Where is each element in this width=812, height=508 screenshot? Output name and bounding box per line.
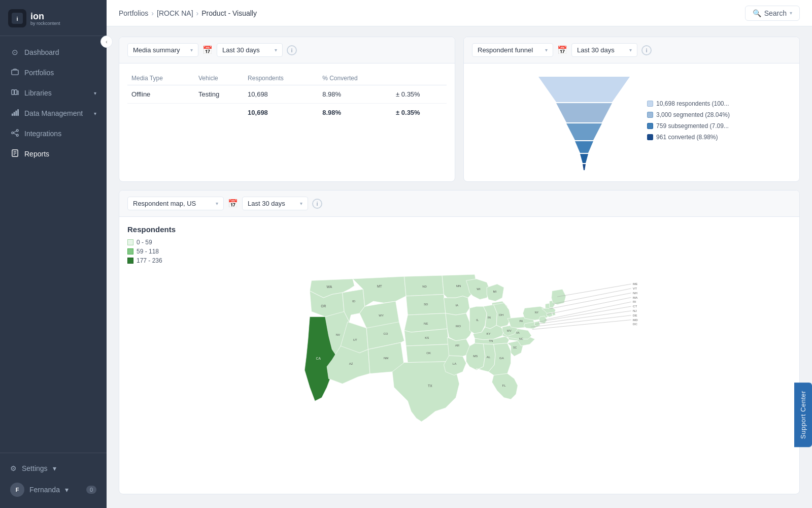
svg-text:MN: MN: [456, 284, 461, 288]
totals-row: 10,698 8.98% ± 0.35%: [127, 104, 447, 122]
media-summary-date-dropdown[interactable]: Last 30 days ▾: [217, 43, 283, 57]
media-summary-header: Media summary ▾ 📅 Last 30 days ▾ i: [119, 37, 455, 64]
legend-color-1: [647, 112, 653, 118]
map-legend-item-1: 59 - 118: [127, 248, 791, 255]
funnel-info-icon[interactable]: i: [641, 45, 652, 55]
map-title: Respondents: [127, 225, 791, 234]
svg-text:IL: IL: [476, 318, 479, 322]
reports-icon: [10, 149, 19, 158]
funnel-calendar-icon: 📅: [557, 45, 567, 55]
svg-text:PA: PA: [520, 320, 523, 323]
legend-item-0: 10,698 respondents (100...: [647, 100, 730, 107]
svg-text:NH: NH: [633, 291, 637, 295]
svg-rect-3: [11, 90, 14, 94]
sidebar-item-libraries[interactable]: Libraries ▾: [0, 83, 107, 103]
data-management-icon: [10, 109, 19, 118]
svg-rect-5: [17, 91, 18, 95]
user-menu[interactable]: F Fernanda ▾ 0: [0, 478, 107, 502]
cell-vehicle: Testing: [194, 85, 244, 104]
legend-item-3: 961 converted (8.98%): [647, 134, 730, 141]
svg-text:MS: MS: [473, 354, 478, 358]
map-dropdown[interactable]: Respondent map, US ▾: [127, 197, 224, 210]
svg-text:ID: ID: [352, 299, 356, 303]
svg-line-64: [557, 284, 631, 297]
cell-total-pct: 8.98%: [318, 104, 392, 122]
map-date-dropdown[interactable]: Last 30 days ▾: [242, 197, 308, 210]
svg-text:TN: TN: [489, 339, 493, 342]
breadcrumb-rock-na[interactable]: [ROCK NA]: [157, 9, 193, 17]
cell-total-empty: [194, 104, 244, 122]
media-summary-dropdown[interactable]: Media summary ▾: [127, 43, 198, 57]
svg-rect-4: [14, 90, 17, 94]
main-content: Portfolios › [ROCK NA] › Product - Visua…: [107, 0, 812, 508]
svg-text:RI: RI: [633, 300, 636, 303]
support-center-button[interactable]: Support Center: [794, 383, 812, 447]
legend-label-3: 961 converted (8.98%): [656, 134, 718, 141]
svg-rect-2: [11, 70, 18, 75]
svg-text:AZ: AZ: [349, 362, 353, 365]
map-legend-color-2: [127, 258, 133, 264]
media-summary-date-label: Last 30 days: [222, 46, 260, 54]
svg-text:ME: ME: [633, 282, 637, 285]
map-date-label: Last 30 days: [248, 200, 285, 207]
legend-label-0: 10,698 respondents (100...: [656, 100, 729, 107]
cell-margin: ± 0.35%: [392, 85, 447, 104]
cards-row: Media summary ▾ 📅 Last 30 days ▾ i Me: [119, 37, 800, 182]
svg-line-13: [13, 131, 16, 133]
settings-icon: ⚙: [10, 464, 17, 472]
media-summary-date-arrow: ▾: [275, 47, 277, 53]
svg-marker-21: [566, 123, 602, 140]
svg-text:TX: TX: [428, 384, 432, 388]
user-badge: 0: [86, 486, 96, 494]
cell-total-margin: ± 0.35%: [392, 104, 447, 122]
svg-text:DC: DC: [633, 322, 637, 326]
cell-total-respondents: 10,698: [244, 104, 318, 122]
sidebar-item-label: Dashboard: [24, 48, 59, 56]
sidebar-item-data-management[interactable]: Data Management ▾: [0, 103, 107, 123]
sidebar-item-portfolios[interactable]: Portfolios: [0, 62, 107, 83]
sidebar-collapse-button[interactable]: ‹: [100, 36, 113, 48]
sidebar-item-dashboard[interactable]: ⊙ Dashboard: [0, 42, 107, 62]
svg-text:NM: NM: [384, 356, 388, 360]
sidebar-item-reports[interactable]: Reports: [0, 144, 107, 164]
funnel-body: 10,698 respondents (100... 3,000 segment…: [464, 64, 799, 181]
svg-marker-19: [538, 77, 630, 102]
svg-marker-23: [580, 154, 588, 163]
svg-text:NE: NE: [424, 322, 428, 325]
content-area: Media summary ▾ 📅 Last 30 days ▾ i Me: [107, 26, 812, 508]
svg-text:SC: SC: [513, 346, 517, 349]
logo-icon: i: [8, 9, 26, 27]
svg-text:NY: NY: [535, 311, 539, 314]
dashboard-icon: ⊙: [10, 48, 19, 57]
funnel-dropdown[interactable]: Respondent funnel ▾: [472, 43, 553, 57]
us-map-container: .state { stroke: #fff; stroke-width: 1; …: [127, 270, 791, 486]
sidebar: i ion by rockcontent ‹ ⊙ Dashboard Portf…: [0, 0, 107, 508]
funnel-date-dropdown[interactable]: Last 30 days ▾: [571, 43, 637, 57]
map-legend-label-1: 59 - 118: [137, 248, 159, 255]
sidebar-item-settings[interactable]: ⚙ Settings ▾: [0, 459, 107, 478]
svg-text:LA: LA: [453, 362, 457, 365]
svg-text:VA: VA: [516, 331, 520, 334]
svg-rect-9: [17, 109, 19, 116]
media-summary-info-icon[interactable]: i: [287, 45, 297, 55]
logo-text: ion by rockcontent: [30, 11, 60, 26]
map-info-icon[interactable]: i: [312, 199, 322, 209]
svg-text:i: i: [16, 16, 18, 22]
media-summary-body: Media Type Vehicle Respondents % Convert…: [119, 64, 455, 130]
svg-rect-6: [11, 113, 13, 116]
sidebar-item-label: Integrations: [24, 130, 61, 138]
sidebar-item-integrations[interactable]: Integrations: [0, 123, 107, 144]
svg-rect-7: [13, 112, 15, 116]
sidebar-item-label: Data Management: [24, 109, 83, 117]
legend-item-2: 759 subsegmented (7.09...: [647, 122, 730, 130]
breadcrumb-current: Product - Visually: [201, 9, 257, 17]
sidebar-item-label: Portfolios: [24, 69, 54, 77]
svg-text:NC: NC: [519, 337, 523, 340]
sidebar-item-label: Libraries: [24, 89, 52, 97]
map-legend-color-1: [127, 248, 133, 255]
svg-text:WY: WY: [379, 313, 384, 317]
breadcrumb-portfolios[interactable]: Portfolios: [119, 9, 148, 17]
svg-text:MO: MO: [456, 324, 461, 328]
search-button[interactable]: 🔍 Search ▾: [745, 6, 800, 21]
svg-text:ND: ND: [422, 284, 427, 288]
